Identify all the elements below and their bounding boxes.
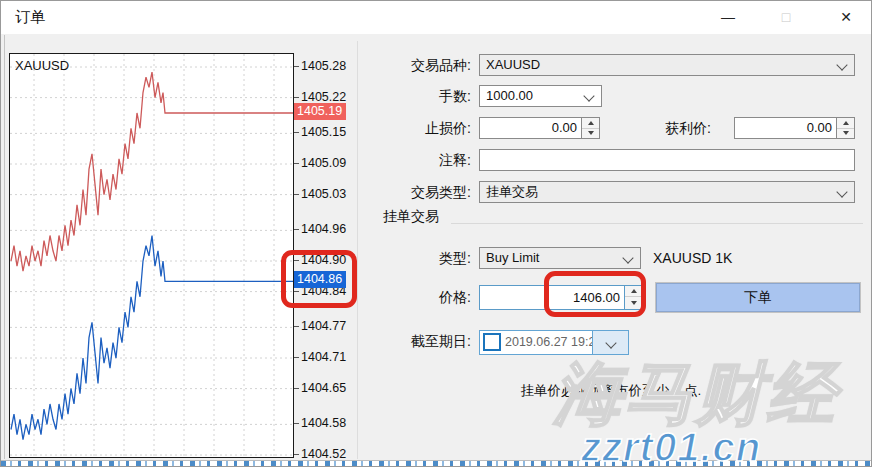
chevron-down-icon [583, 90, 594, 101]
comment-input[interactable] [479, 149, 855, 171]
tick-chart-canvas [10, 54, 293, 457]
price-label: 价格: [367, 289, 471, 307]
close-button[interactable]: ✕ [829, 3, 863, 31]
stop-loss-label: 止损价: [367, 120, 471, 138]
chevron-down-icon [836, 59, 847, 70]
vertical-separator [357, 41, 358, 459]
comment-label: 注释: [367, 152, 471, 170]
axis-tick-mark [294, 97, 299, 98]
order-type-combobox[interactable]: Buy Limit [479, 247, 641, 269]
contract-label: XAUUSD 1K [653, 250, 732, 266]
axis-tick-mark [294, 326, 299, 327]
tick-chart: XAUUSD [9, 53, 294, 458]
volume-label: 手数: [367, 88, 471, 106]
axis-tick-label: 1405.09 [301, 155, 346, 171]
symbol-value: XAUUSD [486, 57, 540, 72]
symbol-label: 交易品种: [367, 57, 471, 75]
stop-loss-input[interactable]: 0.00 [479, 117, 582, 139]
take-profit-spinner[interactable] [837, 117, 855, 139]
axis-tick-mark [294, 454, 299, 455]
volume-combobox[interactable]: 1000.00 [479, 85, 602, 107]
chevron-down-icon [605, 337, 616, 348]
spinner-down-icon[interactable] [582, 128, 599, 138]
spinner-down-icon[interactable] [837, 128, 854, 138]
trade-type-label: 交易类型: [367, 184, 471, 202]
stop-loss-spinner[interactable] [582, 117, 600, 139]
panel-splitter[interactable] [4, 35, 5, 459]
axis-tick-mark [294, 423, 299, 424]
take-profit-label: 获利价: [617, 120, 711, 138]
order-type-value: Buy Limit [486, 250, 539, 265]
trade-type-combobox[interactable]: 挂单交易 [479, 181, 855, 203]
axis-tick-mark [294, 66, 299, 67]
axis-tick-label: 1404.96 [301, 221, 346, 237]
axis-tick-mark [294, 163, 299, 164]
expiry-label: 截至期日: [359, 333, 471, 351]
bid-line [11, 236, 293, 440]
watermark-url: zzrt01.cn [581, 425, 761, 467]
order-dialog-window: 订单 — □ ✕ XAUUSD 1405.281405.221405.15140… [0, 0, 872, 467]
expiry-checkbox[interactable] [483, 333, 501, 351]
axis-tick-label: 1404.77 [301, 318, 346, 334]
volume-value: 1000.00 [486, 88, 533, 103]
axis-tick-label: 1404.65 [301, 380, 346, 396]
axis-tick-mark [294, 132, 299, 133]
chart-symbol-label: XAUUSD [15, 58, 69, 73]
axis-tick-label: 1405.15 [301, 124, 346, 140]
take-profit-input[interactable]: 0.00 [734, 117, 837, 139]
window-title: 订单 [15, 8, 45, 27]
maximize-button[interactable]: □ [769, 3, 803, 31]
trade-type-value: 挂单交易 [486, 184, 538, 199]
axis-tick-mark [294, 229, 299, 230]
axis-tick-mark [294, 357, 299, 358]
minimize-button[interactable]: — [711, 3, 745, 31]
bid-price-highlight-annotation [281, 250, 357, 308]
price-input-highlight-annotation [544, 271, 646, 317]
axis-tick-mark [294, 388, 299, 389]
axis-tick-label: 1404.71 [301, 349, 346, 365]
chevron-down-icon [622, 252, 633, 263]
order-type-label: 类型: [367, 250, 471, 268]
ask-price-badge: 1405.19 [294, 103, 346, 120]
axis-tick-label: 1405.03 [301, 186, 346, 202]
axis-tick-label: 1405.28 [301, 58, 346, 74]
expiry-value: 2019.06.27 19:2 [505, 335, 593, 349]
axis-tick-mark [294, 194, 299, 195]
pending-group-border [451, 223, 863, 224]
chevron-down-icon [836, 186, 847, 197]
symbol-combobox[interactable]: XAUUSD [479, 54, 855, 76]
axis-tick-label: 1404.58 [301, 415, 346, 431]
place-order-button[interactable]: 下单 [656, 283, 860, 312]
pending-group-label: 挂单交易 [383, 208, 439, 226]
title-bar: 订单 — □ ✕ [1, 1, 872, 34]
